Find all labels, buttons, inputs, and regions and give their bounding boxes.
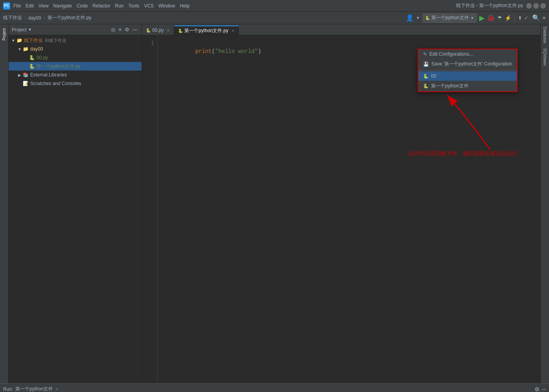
tree-arrow-root: ▼ [10,38,16,43]
save-config-label: Save '第一个python文件' Configuration [431,61,512,67]
run-tab-bar: Run: 第一个python文件 ✕ ⚙ ─ [0,384,549,392]
menu-refactor[interactable]: Refactor [93,3,110,9]
tree-label-ext-libs: External Libraries [30,72,67,78]
dropdown-arrow-icon: ▼ [471,16,474,20]
breadcrumb-folder: day00 [28,15,41,21]
run-panel-title: Run: [3,387,13,392]
coverage-button[interactable]: ☂ [497,15,502,21]
project-tree: ▼ 📁 线下作业 E\线下作业 ▼ 📁 day00 ▶ 🐍 00.py [9,35,142,383]
project-locate-button[interactable]: ◎ [110,26,116,33]
menu-view[interactable]: View [38,3,49,9]
menu-window[interactable]: Window [158,3,175,9]
tab-close-first-py[interactable]: ✕ [231,29,235,33]
tree-path: E\线下作业 [45,38,66,44]
minimize-button[interactable]: ─ [526,3,532,9]
user-icon[interactable]: 👤 [406,14,414,22]
toolbar-nav: 线下作业 › day00 › 第一个python文件.py [3,15,91,21]
tree-item-scratches[interactable]: ▶ 📝 Scratches and Consoles [9,79,142,88]
title-bar: PC File Edit View Navigate Code Refactor… [0,0,549,12]
breadcrumb-file: 第一个python文件.py [47,15,91,21]
search-everywhere-button[interactable]: 🔍 [532,14,540,22]
edit-config-label: Edit Configurations... [429,51,473,57]
tree-item-external-libs[interactable]: ▶ 📚 External Libraries [9,71,142,79]
sidebar-tab-project[interactable]: Project [1,26,7,43]
config-icon-00: 🐍 [423,74,429,79]
dropdown-save-config[interactable]: 💾 Save '第一个python文件' Configuration [418,59,517,69]
config-icon-first: 🐍 [423,83,429,89]
dropdown-edit-config[interactable]: ✎ Edit Configurations... [418,49,517,59]
project-close-button[interactable]: — [132,26,138,33]
menu-file[interactable]: File [13,3,21,9]
add-button[interactable]: + [542,15,546,22]
profile-button[interactable]: ⚡ [505,15,511,21]
tab-label-first-py: 第一个python文件.py [184,27,228,34]
dropdown-label-first: 第一个python文件 [431,83,469,89]
tree-label-first-py: 第一个python文件.py [36,63,80,70]
tree-item-root[interactable]: ▼ 📁 线下作业 E\线下作业 [9,36,142,45]
app-icon: PC [3,2,10,9]
line-number-1: 1 [142,38,154,47]
dropdown-separator [418,70,517,71]
string-hello-world: "hello world" [215,48,258,54]
menu-code[interactable]: Code [76,3,88,9]
editor-tabs: 🐍 00.py ✕ 🐍 第一个python文件.py ✕ [142,24,549,35]
run-panel-file: 第一个python文件 [15,386,53,392]
tab-icon-00py: 🐍 [146,28,151,33]
save-config-icon: 💾 [423,62,429,67]
paren-close: ) [258,48,261,54]
project-panel: Project ▼ ◎ ≡ ⚙ — ▼ 📁 线下作业 E\线下作业 ▼ [9,24,142,383]
main-layout: Project Project ▼ ◎ ≡ ⚙ — ▼ 📁 线下作业 E\线下作… [0,24,549,383]
window-title: 线下作业 - 第一个python文件.py [456,2,523,9]
project-settings-button[interactable]: ⚙ [124,26,130,33]
menu-help[interactable]: Help [180,3,190,9]
menu-edit[interactable]: Edit [25,3,34,9]
dropdown-item-first[interactable]: 🐍 第一个python文件 [418,81,517,91]
run-button[interactable]: ▶ [479,14,485,22]
keyword-print: print [195,48,212,54]
tree-label-root: 线下作业 [24,37,43,44]
tree-item-00py[interactable]: ▶ 🐍 00.py [9,53,142,62]
line-numbers: 1 [142,35,158,383]
sidebar-tab-database[interactable]: Database [542,24,548,46]
scratches-icon: 📝 [23,81,29,86]
vcs-update-button[interactable]: ⬆ [518,15,522,21]
run-tab-close-btn[interactable]: ✕ [55,387,58,391]
sidebar-tab-sqldialect[interactable]: SQViewer [542,46,548,68]
bottom-panel: Run: 第一个python文件 ✕ ⚙ ─ ▶ 🔧 ↺ ■ ⬇ ⟵ ≡ 📌 E… [0,383,549,392]
run-config-dropdown[interactable]: 🐍 第一个python文件 ▼ [422,13,477,23]
run-settings-icon[interactable]: ⚙ [534,386,540,392]
tree-item-first-py[interactable]: ▶ 🐍 第一个python文件.py [9,62,142,71]
project-actions: ◎ ≡ ⚙ — [110,26,138,33]
editor-tab-first-py[interactable]: 🐍 第一个python文件.py ✕ [174,25,239,35]
close-button[interactable]: ✕ [540,3,546,9]
tree-label-scratches: Scratches and Consoles [30,81,81,86]
run-config-area: 👤 ▼ 🐍 第一个python文件 ▼ ▶ 🐞 ☂ ⚡ ⬆ ✓ 🔍 + [406,13,546,23]
py-file-icon-00: 🐍 [29,55,35,60]
project-panel-title: Project [12,27,26,33]
menu-tools[interactable]: Tools [128,3,139,9]
tree-arrow-day00: ▼ [16,47,23,51]
vcs-commit-button[interactable]: ✓ [524,15,528,21]
run-minimize-icon[interactable]: ─ [542,386,546,392]
project-folder-icon: 📁 [16,38,22,43]
folder-day00-icon: 📁 [23,46,29,52]
tree-arrow-ext-libs: ▶ [16,73,23,77]
breadcrumb-project: 线下作业 [3,15,22,21]
py-file-icon-first: 🐍 [29,64,35,69]
tree-label-day00: day00 [30,46,43,52]
config-icon: 🐍 [425,16,430,20]
tab-label-00py: 00.py [152,27,164,33]
tab-icon-first-py: 🐍 [178,29,183,33]
tree-label-00py: 00.py [36,55,48,60]
debug-button[interactable]: 🐞 [487,14,495,22]
menu-run[interactable]: Run [115,3,124,9]
menu-navigate[interactable]: Navigate [53,3,72,9]
project-collapse-button[interactable]: ≡ [118,26,122,33]
tab-close-00py[interactable]: ✕ [167,28,170,33]
editor-tab-00py[interactable]: 🐍 00.py ✕ [142,25,174,35]
tree-item-day00[interactable]: ▼ 📁 day00 [9,45,142,53]
dropdown-item-00[interactable]: 🐍 00 [418,71,517,81]
project-dropdown-icon: ▼ [28,27,32,32]
maximize-button[interactable]: □ [533,3,539,9]
menu-vcs[interactable]: VCS [144,3,154,9]
